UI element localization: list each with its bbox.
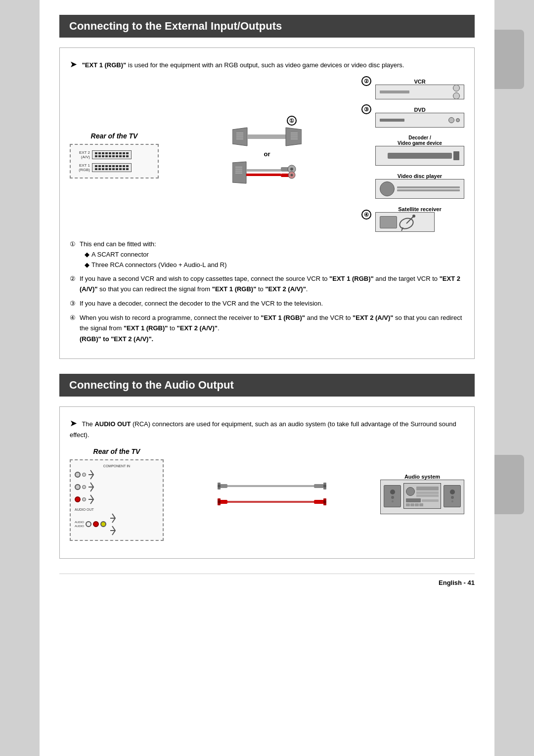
svg-point-26 [412, 215, 415, 218]
audio-jack-red [93, 521, 99, 527]
audio-arrow-icon-1 [109, 513, 118, 524]
vcr-circle1 [453, 85, 460, 91]
component-ports [75, 469, 159, 505]
dvd-area: ③ DVD [375, 107, 464, 128]
note-arrow-2-icon: ➤ [70, 418, 77, 428]
num-circle-3: ③ [361, 104, 371, 114]
section2-note: ➤ The AUDIO OUT (RCA) connectors are use… [70, 417, 464, 440]
svg-rect-36 [227, 485, 314, 487]
sub1-1-text: A SCART connector [91, 250, 149, 260]
svg-rect-44 [314, 500, 324, 504]
rear-label-1: Rear of the TV [91, 132, 138, 140]
component-in-label: COMPONENT IN [75, 464, 159, 468]
audio-jack-white [86, 521, 91, 527]
btn1 [406, 503, 410, 506]
satellite-label: Satellite receiver [375, 206, 464, 212]
instructions-area: ① This end can be fitted with: ◆A SCART … [70, 239, 464, 345]
vcr-slot [380, 90, 409, 93]
decoder-card [453, 151, 459, 160]
disc-body [397, 185, 460, 192]
dvd-label: DVD [375, 107, 464, 113]
btn3 [415, 503, 419, 506]
ext2-row: EXT 2(A/V) [75, 150, 154, 159]
video-disc-inner [380, 181, 460, 196]
audio-l-label: AUDIO [75, 521, 84, 524]
svg-rect-16 [246, 169, 281, 172]
audio-r-label: AUDIO [75, 525, 84, 528]
svg-rect-5 [247, 134, 286, 139]
tv-back-panel: EXT 2(A/V) [70, 144, 159, 178]
vcr-device [375, 85, 464, 99]
tv-back-audio-panel: COMPONENT IN [70, 459, 164, 541]
audio-out-bold: AUDIO OUT [94, 420, 131, 428]
ext2-pins [92, 150, 132, 159]
num-circle-1: ① [287, 116, 297, 126]
speaker-dot-sm-1 [391, 496, 394, 499]
section1-header: Connecting to the External Input/Outputs [59, 15, 475, 38]
disc-line1 [397, 186, 460, 188]
audio-jack-yellow [100, 521, 106, 527]
ext2-label: EXT 2(A/V) [75, 150, 92, 159]
svg-point-39 [323, 485, 326, 488]
svg-point-20 [290, 168, 293, 171]
vcr-area: ② VCR [375, 79, 464, 99]
right-speaker [444, 485, 461, 507]
comp-jack1 [75, 472, 81, 478]
vcr-label: VCR [375, 79, 464, 85]
num-1: ① [70, 239, 76, 250]
instruction-1-text: This end can be fitted with: ◆A SCART co… [80, 239, 227, 270]
audio-diagram: Rear of the TV COMPONENT IN [70, 447, 464, 541]
comp-jack2 [75, 484, 81, 490]
arrow-icon-3 [88, 494, 96, 505]
scart-cable-1 [232, 126, 302, 148]
note-prefix: "EXT 1 (RGB)" [82, 61, 127, 69]
section1-title: Connecting to the External Input/Outputs [69, 20, 282, 32]
dvd-circle [448, 117, 454, 123]
instruction-4: ④ When you wish to record a programme, c… [70, 313, 464, 345]
decoder-slot [388, 153, 452, 159]
instruction-4-text: When you wish to record a programme, con… [80, 313, 464, 345]
speaker-dot-xs-2 [451, 500, 453, 502]
num-4: ④ [70, 313, 76, 323]
decoder-label: Decoder /Video game device [375, 135, 464, 146]
gray-tab-bottom [494, 455, 524, 514]
audio-labels-left: AUDIO AUDIO [75, 521, 84, 528]
satellite-inner [380, 214, 430, 231]
num-circle-4: ④ [361, 210, 371, 220]
satellite-device: ④ [375, 212, 464, 232]
arrow-icon-1 [88, 469, 96, 480]
audio-jacks [86, 521, 106, 527]
instruction-2: ② If you have a second VCR and wish to c… [70, 274, 464, 295]
unit-row-1 [416, 487, 439, 490]
page-footer: English - 41 [59, 574, 475, 586]
btn2 [410, 503, 414, 506]
decoder-area: Decoder /Video game device [375, 135, 464, 166]
decoder-inner [380, 148, 460, 163]
tv-back-audio-area: Rear of the TV COMPONENT IN [70, 447, 164, 541]
audio-sys-top [384, 483, 461, 509]
satellite-body [380, 216, 397, 228]
speaker-dot-1 [390, 489, 395, 494]
ext1-label: EXT 1(RGB) [75, 163, 92, 172]
cables-area: ① [232, 126, 302, 185]
unit-bar [422, 499, 439, 502]
ext1-pins [92, 163, 132, 172]
instruction-3-text: If you have a decoder, connect the decod… [80, 299, 323, 309]
gray-tab-top [494, 30, 524, 89]
tv-back-panel-area: Rear of the TV EXT 2(A/V) [70, 132, 159, 178]
section1-diagram: Rear of the TV EXT 2(A/V) [70, 79, 464, 232]
comp-row1 [75, 469, 96, 480]
unit-row-2 [416, 491, 439, 494]
unit-bottom-row [406, 498, 439, 502]
comp-jack3 [75, 496, 81, 502]
unit-buttons [406, 503, 439, 506]
unit-row-3 [416, 494, 439, 497]
satellite-dish-icon [399, 214, 419, 231]
comp-jack-sm3 [82, 497, 86, 501]
audio-arrows [109, 513, 118, 536]
svg-point-46 [323, 500, 326, 503]
svg-point-23 [291, 174, 293, 177]
sub1-1: ◆A SCART connector [85, 250, 227, 260]
ext1-row: EXT 1(RGB) [75, 163, 154, 172]
video-disc-area: Video disc player [375, 173, 464, 199]
